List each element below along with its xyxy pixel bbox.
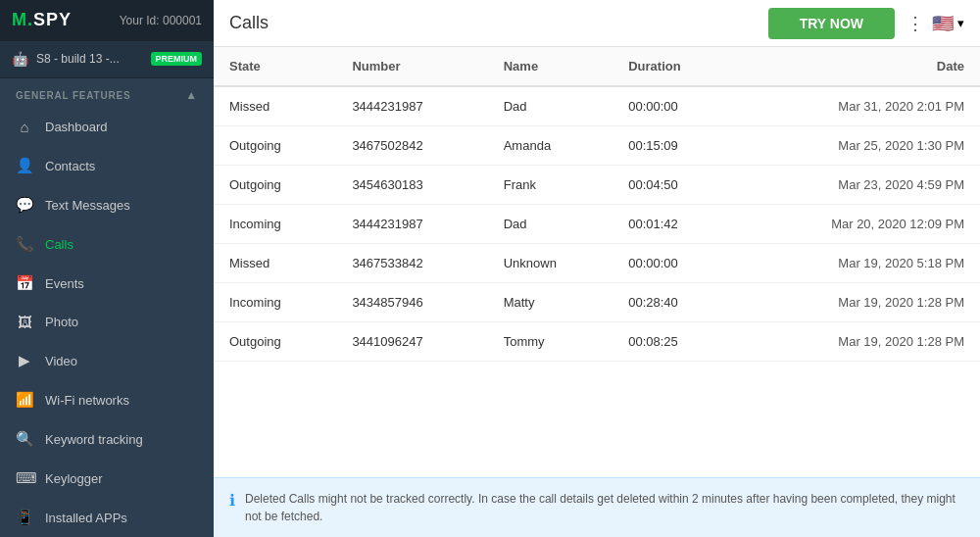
col-name: Name	[488, 47, 613, 86]
cell-state-4: Missed	[214, 244, 336, 283]
logo: M.SPY	[12, 10, 72, 30]
cell-state-6: Outgoing	[214, 322, 336, 362]
sidebar-item-label-keylogger: Keylogger	[45, 471, 103, 486]
info-text: Deleted Calls might not be tracked corre…	[245, 490, 964, 525]
cell-duration-5: 00:28:40	[612, 283, 736, 322]
contacts-icon: 👤	[16, 157, 33, 174]
cell-name-3: Dad	[488, 205, 613, 244]
cell-duration-2: 00:04:50	[612, 166, 736, 205]
sidebar-item-contacts[interactable]: 👤Contacts	[0, 146, 214, 185]
events-icon: 📅	[16, 274, 33, 292]
cell-number-5: 3434857946	[336, 283, 487, 322]
table-row: Missed3467533842Unknown00:00:00Mar 19, 2…	[214, 244, 980, 283]
section-label: GENERAL FEATURES ▲	[0, 78, 214, 108]
col-state: State	[214, 47, 336, 86]
cell-number-6: 3441096247	[336, 322, 487, 362]
sidebar-item-label-video: Video	[45, 354, 77, 368]
cell-state-1: Outgoing	[214, 126, 336, 166]
topbar-actions: ⋮ 🇺🇸 ▾	[906, 13, 964, 34]
col-number: Number	[336, 47, 487, 86]
calls-table-body: Missed3444231987Dad00:00:00Mar 31, 2020 …	[214, 86, 980, 362]
sidebar-item-label-photo: Photo	[45, 315, 78, 329]
more-options-icon[interactable]: ⋮	[906, 13, 924, 34]
topbar: Calls TRY NOW ⋮ 🇺🇸 ▾	[214, 0, 980, 47]
cell-date-6: Mar 19, 2020 1:28 PM	[737, 322, 980, 362]
installed-apps-icon: 📱	[16, 509, 33, 526]
cell-number-4: 3467533842	[336, 244, 487, 283]
device-bar: 🤖 S8 - build 13 -... PREMIUM	[0, 41, 214, 78]
cell-number-1: 3467502842	[336, 126, 487, 166]
wifi-networks-icon: 📶	[16, 391, 33, 409]
try-now-button[interactable]: TRY NOW	[768, 8, 895, 39]
sidebar-item-wifi-networks[interactable]: 📶Wi-Fi networks	[0, 380, 214, 419]
sidebar-item-keylogger[interactable]: ⌨Keylogger	[0, 459, 214, 498]
cell-number-0: 3444231987	[336, 86, 487, 126]
cell-duration-1: 00:15:09	[612, 126, 736, 166]
cell-date-1: Mar 25, 2020 1:30 PM	[737, 126, 980, 166]
sidebar-item-label-calls: Calls	[45, 237, 74, 252]
sidebar-item-label-contacts: Contacts	[45, 159, 95, 173]
logo-bar: M.SPY Your Id: 000001	[0, 0, 214, 41]
sidebar-item-label-installed-apps: Installed APPs	[45, 511, 127, 525]
info-bar: ℹ Deleted Calls might not be tracked cor…	[214, 477, 980, 537]
sidebar-item-installed-apps[interactable]: 📱Installed APPs	[0, 498, 214, 537]
sidebar-item-video[interactable]: ▶Video	[0, 341, 214, 380]
sidebar-item-calls[interactable]: 📞Calls	[0, 224, 214, 264]
page-title: Calls	[229, 13, 757, 33]
table-row: Incoming3444231987Dad00:01:42Mar 20, 202…	[214, 205, 980, 244]
cell-date-2: Mar 23, 2020 4:59 PM	[737, 166, 980, 205]
cell-name-0: Dad	[488, 86, 613, 126]
collapse-icon[interactable]: ▲	[185, 88, 198, 102]
dashboard-icon: ⌂	[16, 119, 33, 135]
sidebar-item-events[interactable]: 📅Events	[0, 264, 214, 303]
table-row: Outgoing3454630183Frank00:04:50Mar 23, 2…	[214, 166, 980, 205]
cell-name-2: Frank	[488, 166, 613, 205]
sidebar-item-label-wifi-networks: Wi-Fi networks	[45, 393, 129, 408]
sidebar-item-label-keyword-tracking: Keyword tracking	[45, 432, 143, 447]
cell-name-6: Tommy	[488, 322, 613, 362]
cell-state-2: Outgoing	[214, 166, 336, 205]
video-icon: ▶	[16, 352, 33, 369]
premium-badge: PREMIUM	[151, 52, 203, 66]
cell-name-1: Amanda	[488, 126, 613, 166]
sidebar-item-photo[interactable]: 🖼Photo	[0, 303, 214, 341]
sidebar-item-text-messages[interactable]: 💬Text Messages	[0, 185, 214, 224]
table-row: Outgoing3441096247Tommy00:08:25Mar 19, 2…	[214, 322, 980, 362]
flag-icon: 🇺🇸	[932, 13, 954, 34]
photo-icon: 🖼	[16, 314, 33, 330]
info-icon: ℹ	[229, 491, 235, 510]
sidebar-item-dashboard[interactable]: ⌂Dashboard	[0, 108, 214, 146]
cell-state-0: Missed	[214, 86, 336, 126]
sidebar-item-label-dashboard: Dashboard	[45, 120, 108, 134]
android-icon: 🤖	[12, 51, 28, 67]
cell-number-2: 3454630183	[336, 166, 487, 205]
sidebar-item-keyword-tracking[interactable]: 🔍Keyword tracking	[0, 419, 214, 459]
main-content: Calls TRY NOW ⋮ 🇺🇸 ▾ State Number Name D…	[214, 0, 980, 537]
sidebar-item-label-events: Events	[45, 276, 84, 291]
cell-duration-6: 00:08:25	[612, 322, 736, 362]
keyword-tracking-icon: 🔍	[16, 430, 33, 448]
cell-number-3: 3444231987	[336, 205, 487, 244]
chevron-down-icon: ▾	[957, 16, 964, 30]
calls-table: State Number Name Duration Date Missed34…	[214, 47, 980, 362]
language-selector[interactable]: 🇺🇸 ▾	[932, 13, 964, 34]
cell-state-5: Incoming	[214, 283, 336, 322]
cell-duration-3: 00:01:42	[612, 205, 736, 244]
sidebar-item-label-text-messages: Text Messages	[45, 198, 130, 213]
cell-state-3: Incoming	[214, 205, 336, 244]
device-name: S8 - build 13 -...	[36, 52, 143, 66]
text-messages-icon: 💬	[16, 196, 33, 214]
cell-duration-4: 00:00:00	[612, 244, 736, 283]
user-id: Your Id: 000001	[120, 14, 202, 27]
table-row: Incoming3434857946Matty00:28:40Mar 19, 2…	[214, 283, 980, 322]
cell-date-5: Mar 19, 2020 1:28 PM	[737, 283, 980, 322]
nav-list: ⌂Dashboard👤Contacts💬Text Messages📞Calls📅…	[0, 108, 214, 537]
col-date: Date	[737, 47, 980, 86]
table-row: Missed3444231987Dad00:00:00Mar 31, 2020 …	[214, 86, 980, 126]
cell-name-4: Unknown	[488, 244, 613, 283]
sidebar: M.SPY Your Id: 000001 🤖 S8 - build 13 -.…	[0, 0, 214, 537]
col-duration: Duration	[612, 47, 736, 86]
keylogger-icon: ⌨	[16, 469, 33, 487]
cell-duration-0: 00:00:00	[612, 86, 736, 126]
cell-date-4: Mar 19, 2020 5:18 PM	[737, 244, 980, 283]
